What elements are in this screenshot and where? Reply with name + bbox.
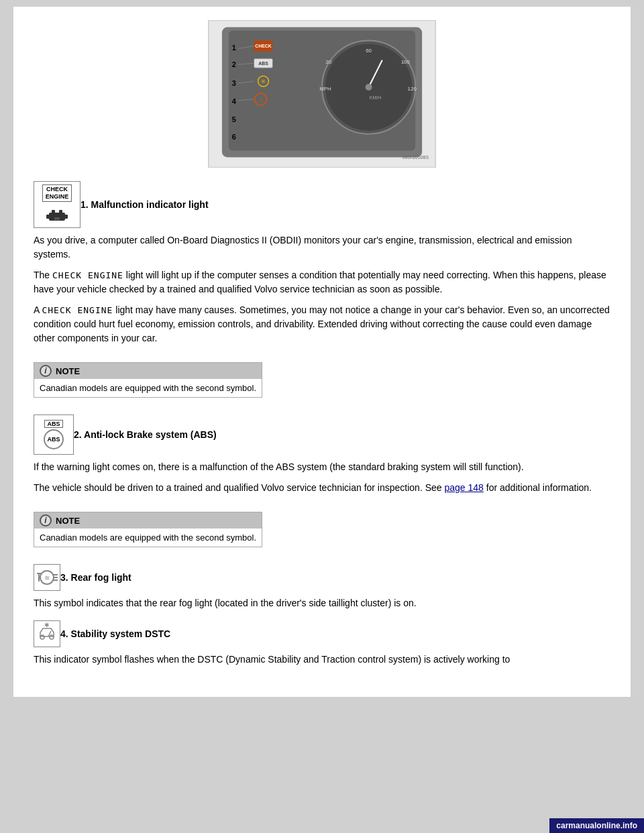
note1-header: i NOTE (34, 363, 262, 379)
svg-text:60: 60 (366, 48, 372, 54)
section1-para3: A CHECK ENGINE light may have many cause… (34, 303, 610, 345)
svg-rect-33 (46, 215, 50, 219)
section1-header: CHECK ENGINE 1. Malfunction indicator li… (34, 181, 610, 228)
svg-text:20: 20 (326, 59, 332, 65)
note-box-1: i NOTE Canadian models are equipped with… (34, 362, 262, 398)
section-abs: ABS ABS 2. Anti-lock Brake system (ABS) … (34, 414, 610, 495)
svg-text:≋: ≋ (261, 78, 266, 85)
check-engine-icon: CHECK ENGINE (34, 181, 80, 228)
svg-text:6: 6 (232, 133, 236, 141)
svg-text:120: 120 (408, 86, 417, 92)
note1-body: Canadian models are equipped with the se… (34, 379, 262, 397)
svg-text:✱: ✱ (44, 622, 50, 628)
section3-title: 3. Rear fog light (60, 572, 131, 583)
note-box-2: i NOTE Canadian models are equipped with… (34, 512, 262, 547)
dashboard-svg: 1 2 3 4 5 6 CHECK ABS (208, 20, 436, 168)
note2-body: Canadian models are equipped with the se… (34, 529, 262, 547)
svg-point-46 (50, 635, 54, 639)
svg-text:100: 100 (401, 59, 411, 65)
svg-rect-35 (52, 210, 55, 214)
svg-rect-37 (54, 217, 60, 220)
svg-text:3: 3 (232, 79, 236, 87)
section4-title: 4. Stability system DSTC (60, 628, 170, 639)
svg-text:1: 1 (232, 44, 236, 52)
section1-para2: The CHECK ENGINE light will light up if … (34, 268, 610, 296)
note1-header-text: NOTE (56, 366, 80, 376)
rear-fog-icon: ≋ (34, 564, 60, 591)
check-engine-ref-2: CHECK ENGINE (42, 305, 113, 315)
svg-text:5: 5 (232, 115, 236, 123)
svg-text:4: 4 (232, 97, 237, 105)
watermark: carmanualonline.info (549, 818, 644, 833)
svg-rect-36 (59, 210, 62, 214)
svg-text:ABS: ABS (258, 61, 268, 66)
svg-point-45 (40, 635, 44, 639)
svg-point-30 (366, 84, 372, 91)
section2-para1: If the warning light comes on, there is … (34, 460, 610, 474)
page-content: 1 2 3 4 5 6 CHECK ABS (13, 7, 631, 697)
section-stability: ✱ 4. Stability system DSTC This indicato… (34, 620, 610, 667)
info-icon-1: i (40, 365, 52, 377)
note2-header-text: NOTE (56, 516, 80, 526)
svg-text:KM/H: KM/H (370, 95, 381, 100)
section3-para1: This symbol indicates that the rear fog … (34, 596, 610, 610)
check-engine-ref-1: CHECK ENGINE (52, 270, 123, 280)
info-icon-2: i (40, 514, 52, 526)
section2-para2: The vehicle should be driven to a traine… (34, 481, 610, 495)
note2-header: i NOTE (34, 512, 262, 529)
dashboard-image-container: 1 2 3 4 5 6 CHECK ABS (34, 20, 610, 168)
section4-header: ✱ 4. Stability system DSTC (34, 620, 610, 647)
section4-para1: This indicator symbol flashes when the D… (34, 653, 610, 667)
svg-text:2: 2 (232, 60, 236, 68)
section1-title: 1. Malfunction indicator light (80, 199, 209, 210)
section-malfunction-indicator: CHECK ENGINE 1. Malfunction indicator li… (34, 181, 610, 345)
abs-label: ABS (44, 420, 62, 428)
svg-text:MPH: MPH (319, 86, 331, 92)
svg-rect-34 (64, 215, 68, 219)
stability-dstc-icon: ✱ (34, 620, 60, 647)
check-engine-text-box: CHECK ENGINE (42, 184, 72, 202)
svg-text:IMG-20508S: IMG-20508S (402, 155, 429, 160)
section2-title: 2. Anti-lock Brake system (ABS) (74, 429, 217, 440)
section3-header: ≋ 3. Rear fog light (34, 564, 610, 591)
section1-para1: As you drive, a computer called On-Board… (34, 233, 610, 262)
abs-icon: ABS ABS (34, 414, 74, 455)
page-148-link[interactable]: page 148 (445, 482, 484, 493)
section2-header: ABS ABS 2. Anti-lock Brake system (ABS) (34, 414, 610, 455)
section-rear-fog: ≋ 3. Rear fog light This symbol indicate… (34, 564, 610, 610)
svg-text:CHECK: CHECK (255, 44, 272, 48)
abs-circle: ABS (44, 429, 64, 449)
svg-text:≋: ≋ (44, 574, 50, 581)
svg-text:!: ! (260, 96, 262, 103)
